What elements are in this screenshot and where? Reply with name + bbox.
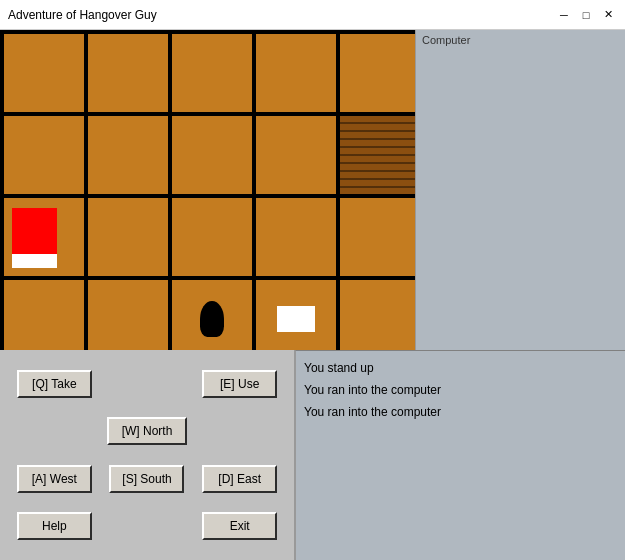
help-button[interactable]: Help	[17, 512, 92, 540]
log-line-2: You ran into the computer	[304, 381, 617, 399]
exit-button[interactable]: Exit	[202, 512, 277, 540]
tile-r2c1	[88, 198, 168, 276]
spacer-3	[203, 417, 278, 445]
game-canvas	[0, 30, 415, 350]
controls-row-4: Help Exit	[8, 512, 286, 540]
tile-r2c2	[172, 198, 252, 276]
controls-panel: [Q] Take [E] Use [W] North [A] West [S] …	[0, 350, 295, 560]
take-button[interactable]: [Q] Take	[17, 370, 92, 398]
controls-row-2: [W] North	[8, 417, 286, 445]
tile-r0c4	[340, 34, 415, 112]
spacer-2	[16, 417, 91, 445]
use-button[interactable]: [E] Use	[202, 370, 277, 398]
minimize-button[interactable]: ─	[555, 6, 573, 24]
tile-r3c3-whitebox	[256, 280, 336, 350]
tile-r3c2-character	[172, 280, 252, 350]
west-button[interactable]: [A] West	[17, 465, 92, 493]
window-controls: ─ □ ✕	[555, 6, 617, 24]
controls-row-1: [Q] Take [E] Use	[8, 370, 286, 398]
tile-r1c0	[4, 116, 84, 194]
tile-r3c0	[4, 280, 84, 350]
tile-r0c2	[172, 34, 252, 112]
tile-r3c1	[88, 280, 168, 350]
title-bar: Adventure of Hangover Guy ─ □ ✕	[0, 0, 625, 30]
south-button[interactable]: [S] South	[109, 465, 184, 493]
top-section: Computer	[0, 30, 625, 350]
controls-row-3: [A] West [S] South [D] East	[8, 465, 286, 493]
spacer-1	[109, 370, 184, 398]
bottom-section: [Q] Take [E] Use [W] North [A] West [S] …	[0, 350, 625, 560]
maximize-button[interactable]: □	[577, 6, 595, 24]
tile-r3c4	[340, 280, 415, 350]
spacer-4	[109, 512, 184, 540]
computer-label: Computer	[422, 34, 470, 46]
window-title: Adventure of Hangover Guy	[8, 8, 157, 22]
tile-r0c1	[88, 34, 168, 112]
tile-r0c3	[256, 34, 336, 112]
text-log-panel: You stand up You ran into the computer Y…	[295, 350, 625, 560]
tile-r1c2	[172, 116, 252, 194]
tile-r1c1	[88, 116, 168, 194]
tile-r1c3	[256, 116, 336, 194]
north-button[interactable]: [W] North	[107, 417, 187, 445]
log-line-3: You ran into the computer	[304, 403, 617, 421]
tile-grid	[0, 30, 415, 350]
tile-r2c3	[256, 198, 336, 276]
window-content: Computer [Q] Take [E] Use [W] North [A] …	[0, 30, 625, 560]
east-button[interactable]: [D] East	[202, 465, 277, 493]
log-line-1: You stand up	[304, 359, 617, 377]
tile-r0c0	[4, 34, 84, 112]
computer-panel: Computer	[415, 30, 625, 350]
tile-r2c0-redblock	[4, 198, 84, 276]
close-button[interactable]: ✕	[599, 6, 617, 24]
tile-r1c4-striped	[340, 116, 415, 194]
tile-r2c4	[340, 198, 415, 276]
